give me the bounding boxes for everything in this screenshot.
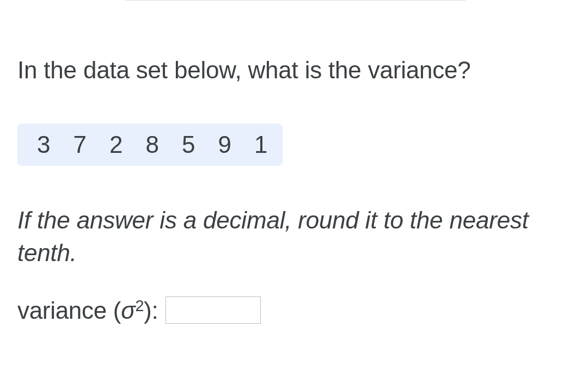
data-value: 5 [182, 131, 195, 158]
data-value: 7 [73, 131, 86, 158]
variance-input[interactable] [166, 296, 261, 324]
data-value: 9 [218, 131, 231, 158]
question-content: In the data set below, what is the varia… [17, 54, 571, 324]
data-value: 3 [37, 131, 50, 158]
data-set-row: 3 7 2 8 5 9 1 [17, 123, 283, 166]
answer-row: variance (σ2): [17, 296, 571, 324]
question-text: In the data set below, what is the varia… [17, 54, 571, 85]
label-suffix: ): [144, 297, 158, 324]
data-value: 1 [254, 131, 267, 158]
sigma-symbol: σ [121, 297, 135, 324]
data-value: 2 [109, 131, 122, 158]
rounding-instruction: If the answer is a decimal, round it to … [17, 204, 571, 269]
answer-label: variance (σ2): [17, 296, 158, 324]
top-divider [125, 0, 465, 1]
exponent: 2 [135, 297, 144, 314]
data-value: 8 [145, 131, 158, 158]
label-prefix: variance ( [17, 297, 121, 324]
